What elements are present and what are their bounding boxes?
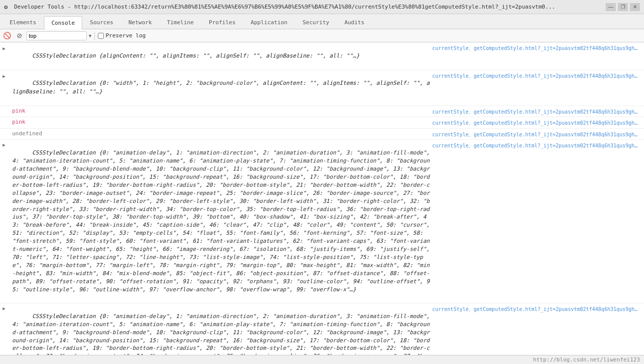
tab-elements[interactable]: Elements	[2, 16, 44, 29]
entry-content: CSSStyleDeclaration {alignContent: "", a…	[8, 43, 432, 69]
console-entry: ▶ pink currentStyle、getComputedStyle.htm…	[0, 106, 644, 118]
entry-source-link[interactable]: currentStyle、getComputedStyle.html?_ijt=…	[432, 43, 644, 52]
expand-arrow[interactable]: ▶	[0, 304, 8, 313]
tab-application[interactable]: Application	[243, 16, 295, 29]
title-bar: ⚙ Developer Tools - http://localhost:633…	[0, 0, 644, 14]
tab-bar: Elements Console Sources Network Timelin…	[0, 14, 644, 29]
entry-content: CSSStyleDeclaration {0: "width", 1: "hei…	[8, 71, 432, 105]
console-entry: ▶ CSSStyleDeclaration {0: "width", 1: "h…	[0, 70, 644, 106]
console-entry: ▶ pink currentStyle、getComputedStyle.htm…	[0, 117, 644, 129]
title-text: Developer Tools - http://localhost:63342…	[14, 4, 606, 10]
tab-sources[interactable]: Sources	[82, 16, 121, 29]
entry-source-link[interactable]: currentStyle、getComputedStyle.html?_ijt=…	[432, 107, 644, 116]
tab-timeline[interactable]: Timeline	[159, 16, 201, 29]
bottom-bar: http://blog.csdn.net/liwenfei123	[0, 355, 644, 364]
expand-arrow[interactable]: ▶	[0, 141, 8, 149]
entry-content: CSSStyleDeclaration {0: "animation-delay…	[8, 304, 432, 355]
entry-content: pink	[8, 118, 432, 127]
minimize-button[interactable]: —	[606, 3, 616, 11]
preserve-log-text: Preserve log	[105, 32, 145, 39]
entry-source-link[interactable]: currentStyle、getComputedStyle.html?_ijt=…	[432, 304, 644, 313]
entry-source-link[interactable]: currentStyle、getComputedStyle.html?_ijt=…	[432, 118, 644, 127]
filter-button[interactable]: ⊘	[14, 31, 24, 41]
clear-console-button[interactable]: 🚫	[2, 31, 12, 41]
restore-button[interactable]: ❐	[618, 3, 628, 11]
preserve-log-checkbox[interactable]	[98, 33, 104, 39]
entry-content: pink	[8, 107, 432, 116]
filter-dropdown-arrow[interactable]: ▼	[89, 33, 91, 38]
window-controls: — ❐ ✕	[606, 3, 640, 11]
preserve-log-label[interactable]: Preserve log	[98, 32, 145, 39]
close-button[interactable]: ✕	[630, 3, 640, 11]
console-entry: ▶ CSSStyleDeclaration {0: "animation-del…	[0, 140, 644, 303]
filter-input[interactable]	[26, 31, 87, 40]
toolbar-separator	[94, 32, 95, 40]
entry-source-link[interactable]: currentStyle、getComputedStyle.html?_ijt=…	[432, 130, 644, 138]
entry-content: undefined	[8, 130, 432, 139]
tab-console[interactable]: Console	[44, 16, 82, 29]
console-entry: ▶ CSSStyleDeclaration {0: "animation-del…	[0, 303, 644, 355]
tab-network[interactable]: Network	[121, 16, 159, 29]
devtools-icon: ⚙	[4, 4, 11, 11]
tab-security[interactable]: Security	[295, 16, 337, 29]
console-area[interactable]: ▶ CSSStyleDeclaration {alignContent: "",…	[0, 42, 644, 355]
expand-arrow[interactable]: ▶	[0, 71, 8, 105]
tab-audits[interactable]: Audits	[337, 16, 372, 29]
entry-source-link[interactable]: currentStyle、getComputedStyle.html?_ijt=…	[432, 141, 644, 149]
tab-profiles[interactable]: Profiles	[201, 16, 243, 29]
console-toolbar: 🚫 ⊘ ▼ Preserve log	[0, 29, 644, 42]
status-url: http://blog.csdn.net/liwenfei123	[533, 356, 640, 363]
expand-arrow[interactable]: ▶	[0, 43, 8, 69]
console-entry: ▶ undefined currentStyle、getComputedStyl…	[0, 129, 644, 140]
console-entry: ▶ CSSStyleDeclaration {alignContent: "",…	[0, 42, 644, 70]
entry-source-link[interactable]: currentStyle、getComputedStyle.html?_ijt=…	[432, 71, 644, 80]
entry-content: CSSStyleDeclaration {0: "animation-delay…	[8, 141, 432, 302]
